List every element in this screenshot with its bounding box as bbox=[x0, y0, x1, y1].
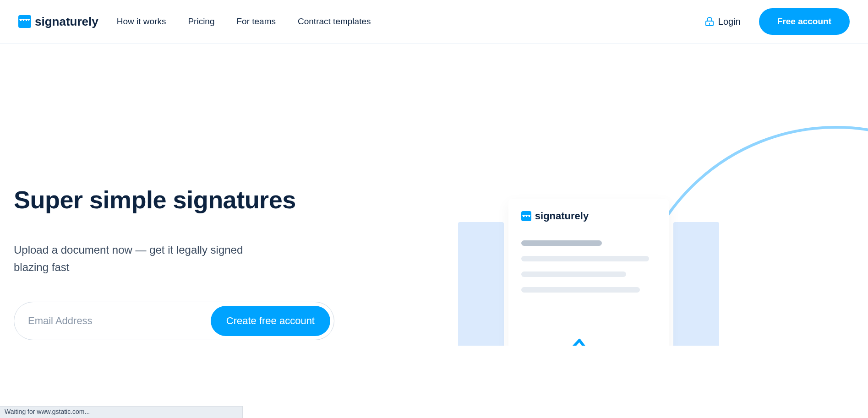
hero-subtitle: Upload a document now — get it legally s… bbox=[14, 241, 270, 277]
lock-icon bbox=[705, 17, 714, 26]
login-label: Login bbox=[718, 16, 741, 27]
decorative-panel-right bbox=[673, 222, 719, 346]
hero-illustration: signaturely bbox=[458, 43, 868, 346]
primary-nav: How it works Pricing For teams Contract … bbox=[117, 16, 371, 27]
signature-icon bbox=[568, 337, 600, 346]
signup-form: Create free account bbox=[14, 302, 334, 340]
hero-content: Super simple signatures Upload a documen… bbox=[14, 43, 458, 346]
nav-pricing[interactable]: Pricing bbox=[188, 16, 214, 27]
brand-logo-icon bbox=[521, 211, 531, 221]
document-card: signaturely bbox=[508, 199, 669, 346]
nav-contract-templates[interactable]: Contract templates bbox=[298, 16, 371, 27]
brand-logo-icon bbox=[18, 15, 31, 28]
hero-section: Super simple signatures Upload a documen… bbox=[0, 43, 868, 346]
placeholder-bar bbox=[521, 271, 626, 277]
status-text: Waiting for www.gstatic.com... bbox=[5, 408, 90, 415]
placeholder-bar bbox=[521, 287, 640, 293]
site-header: signaturely How it works Pricing For tea… bbox=[0, 0, 868, 43]
create-free-account-button[interactable]: Create free account bbox=[211, 306, 330, 336]
nav-how-it-works[interactable]: How it works bbox=[117, 16, 166, 27]
browser-status-bar: Waiting for www.gstatic.com... bbox=[0, 406, 243, 418]
brand-logo[interactable]: signaturely bbox=[18, 15, 98, 29]
document-card-brand: signaturely bbox=[535, 210, 589, 222]
placeholder-bar bbox=[521, 256, 649, 261]
brand-name: signaturely bbox=[35, 15, 98, 29]
decorative-panel-left bbox=[458, 222, 504, 346]
document-card-logo: signaturely bbox=[521, 210, 656, 222]
email-input[interactable] bbox=[28, 315, 211, 327]
login-link[interactable]: Login bbox=[705, 16, 741, 27]
free-account-button[interactable]: Free account bbox=[759, 8, 850, 35]
hero-title: Super simple signatures bbox=[14, 185, 458, 214]
nav-for-teams[interactable]: For teams bbox=[236, 16, 276, 27]
placeholder-bar bbox=[521, 240, 602, 246]
